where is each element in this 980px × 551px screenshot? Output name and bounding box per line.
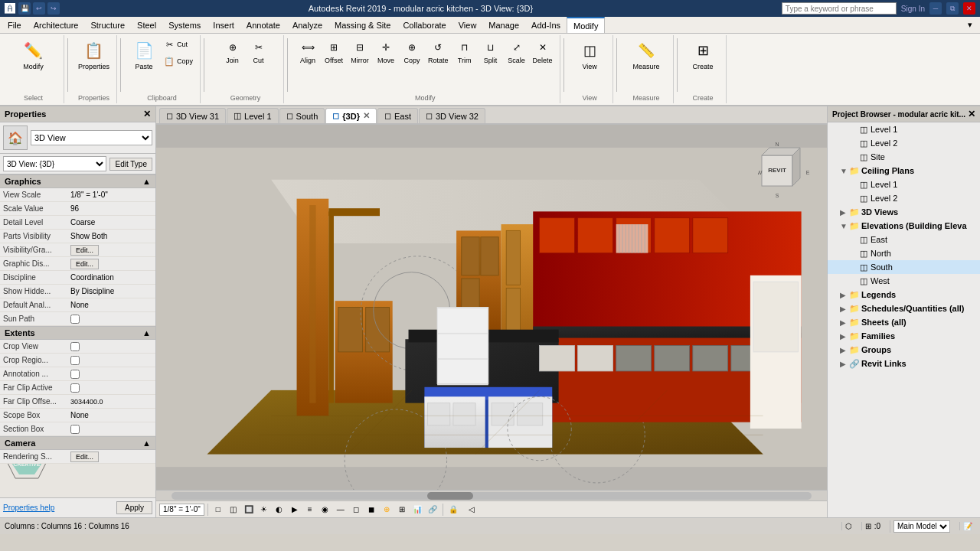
menu-item-view[interactable]: View [452, 17, 483, 33]
menu-item-collaborate[interactable]: Collaborate [397, 17, 452, 33]
cut-geo-btn[interactable]: ✂ Cut [247, 37, 271, 66]
copy-modify-btn[interactable]: ⊕Copy [400, 37, 424, 66]
view-cube[interactable]: REVIT S N W E [758, 140, 812, 201]
minimize-btn[interactable]: ─ [929, 2, 942, 15]
tree-families[interactable]: ▶ 📁 Families [828, 329, 980, 343]
tree-elev-south[interactable]: ◫ South [828, 260, 980, 274]
tab-3dview32[interactable]: ◻ 3D View 32 [419, 108, 485, 123]
tab-south[interactable]: ◻ South [279, 108, 325, 123]
tree-elevations[interactable]: ▼ 📁 Elevations (Building Eleva [828, 219, 980, 233]
properties-ribbon-btn[interactable]: 📋 Properties [76, 37, 112, 72]
align-btn[interactable]: ⟺Align [296, 37, 320, 66]
menu-item-addins[interactable]: Add-Ins [525, 17, 567, 33]
offset-btn[interactable]: ⊞Offset [322, 37, 346, 66]
redo-icon[interactable]: ↪ [47, 2, 60, 15]
close-btn[interactable]: ✕ [963, 2, 975, 15]
menu-item-structure[interactable]: Structure [84, 17, 131, 33]
properties-close-btn[interactable]: ✕ [143, 109, 151, 119]
tab-level1[interactable]: ◫ Level 1 [227, 108, 278, 123]
tree-ceiling-plans[interactable]: ▼ 📁 Ceiling Plans [828, 164, 980, 178]
menu-item-annotate[interactable]: Annotate [240, 17, 286, 33]
menu-item-insert[interactable]: Insert [207, 17, 240, 33]
menu-item-file[interactable]: File [2, 17, 28, 33]
search-input[interactable] [782, 2, 897, 15]
menu-item-manage[interactable]: Manage [482, 17, 525, 33]
far-clip-checkbox[interactable] [70, 383, 80, 393]
viewport-canvas[interactable]: REVIT S N W E [156, 125, 827, 490]
tree-elev-east[interactable]: ◫ East [828, 233, 980, 246]
tree-level2-plans[interactable]: ◫ Level 2 [828, 136, 980, 150]
rotate-btn[interactable]: ↺Rotate [426, 37, 451, 66]
menu-item-analyze[interactable]: Analyze [286, 17, 328, 33]
delete-btn[interactable]: ✕Delete [531, 37, 555, 66]
menu-item-modify[interactable]: Modify [567, 17, 605, 33]
browser-close-btn[interactable]: ✕ [968, 109, 975, 119]
trim-btn[interactable]: ⊓Trim [452, 37, 477, 66]
edit-type-btn[interactable]: Edit Type [109, 158, 152, 171]
camera-section-header[interactable]: Camera ▲ [0, 436, 155, 450]
render-btn[interactable]: ▶ [288, 503, 302, 517]
view-type-select[interactable]: 3D View [31, 130, 152, 145]
apply-btn[interactable]: Apply [116, 501, 152, 514]
move-btn[interactable]: ✛Move [374, 37, 398, 66]
rendering-edit-btn[interactable]: Edit... [70, 452, 99, 462]
join-btn[interactable]: ⊕ Join [220, 37, 245, 66]
thin-lines-btn[interactable]: — [334, 503, 348, 517]
crop-region-btn[interactable]: □ [211, 503, 225, 517]
save-icon[interactable]: 💾 [18, 2, 31, 15]
crop-view-checkbox[interactable] [70, 342, 80, 351]
tree-site[interactable]: ◫ Site [828, 150, 980, 164]
tab-3d[interactable]: ◻ {3D} ✕ [325, 108, 377, 123]
tree-groups[interactable]: ▶ 📁 Groups [828, 343, 980, 357]
properties-help-link[interactable]: Properties help [3, 504, 54, 512]
crop-region-checkbox[interactable] [70, 356, 80, 365]
detail-level-btn[interactable]: ≡ [303, 503, 317, 517]
extents-section-header[interactable]: Extents ▲ [0, 326, 155, 340]
tree-elev-north[interactable]: ◫ North [828, 246, 980, 260]
tab-east[interactable]: ◻ East [377, 108, 418, 123]
tree-elev-west[interactable]: ◫ West [828, 274, 980, 288]
scale-btn[interactable]: ⤢Scale [505, 37, 529, 66]
sun-path-checkbox[interactable] [70, 315, 80, 324]
sun-settings-btn[interactable]: ☀ [257, 503, 271, 517]
expand-arrow[interactable]: ◁ [465, 503, 479, 517]
locked-3d-btn[interactable]: 🔒 [446, 503, 460, 517]
viewport-scrollbar[interactable] [156, 490, 827, 500]
tree-legends[interactable]: ▶ 📁 Legends [828, 288, 980, 302]
tab-3d-close-icon[interactable]: ✕ [363, 111, 370, 121]
hide-crop-btn[interactable]: ◫ [227, 503, 240, 517]
annotation-checkbox[interactable] [70, 370, 80, 379]
tree-sheets[interactable]: ▶ 📁 Sheets (all) [828, 315, 980, 329]
menu-item-systems[interactable]: Systems [162, 17, 207, 33]
undo-icon[interactable]: ↩ [33, 2, 45, 15]
view-dropdown[interactable]: 3D View: {3D} [3, 156, 106, 171]
view-filter-btn[interactable]: ⊞ [395, 503, 409, 517]
tree-ceiling-level2[interactable]: ◫ Level 2 [828, 191, 980, 205]
model-selector[interactable]: Main Model [893, 520, 950, 533]
show-constraints-btn[interactable]: 🔗 [426, 503, 439, 517]
measure-ribbon-btn[interactable]: 📏 Measure [631, 37, 662, 72]
menu-item-architecture[interactable]: Architecture [28, 17, 85, 33]
reveal-hidden-btn[interactable]: ⊕ [380, 503, 394, 517]
section-box-checkbox[interactable] [70, 425, 80, 434]
shadow-btn[interactable]: ◐ [273, 503, 286, 517]
tree-schedules[interactable]: ▶ 📁 Schedules/Quantities (all) [828, 302, 980, 315]
tree-level1-plans[interactable]: ◫ Level 1 [828, 122, 980, 136]
mirror-btn[interactable]: ⊟Mirror [348, 37, 372, 66]
restore-btn[interactable]: ⧉ [946, 2, 959, 15]
status-workset[interactable]: ⊞ :0 [861, 522, 884, 530]
sign-in-link[interactable]: Sign In [901, 5, 925, 13]
menu-context-arrow[interactable]: ▾ [962, 20, 978, 30]
split-btn[interactable]: ⊔Split [479, 37, 503, 66]
3d-view-btn[interactable]: 🔲 [242, 503, 256, 517]
modify-btn[interactable]: ✏️ Modify [18, 37, 49, 72]
visual-style-btn[interactable]: ◉ [318, 503, 332, 517]
analysis-display-btn[interactable]: 📊 [410, 503, 424, 517]
menu-item-massing[interactable]: Massing & Site [328, 17, 397, 33]
tree-3d-views[interactable]: ▶ 📁 3D Views [828, 205, 980, 219]
hide-elem-btn[interactable]: ◻ [349, 503, 363, 517]
cut-btn[interactable]: ✂ Cut [161, 37, 195, 52]
graphic-display-edit-btn[interactable]: Edit... [70, 259, 99, 269]
create-ribbon-btn[interactable]: ⊞ Create [688, 37, 718, 72]
visibility-edit-btn[interactable]: Edit... [70, 245, 99, 256]
